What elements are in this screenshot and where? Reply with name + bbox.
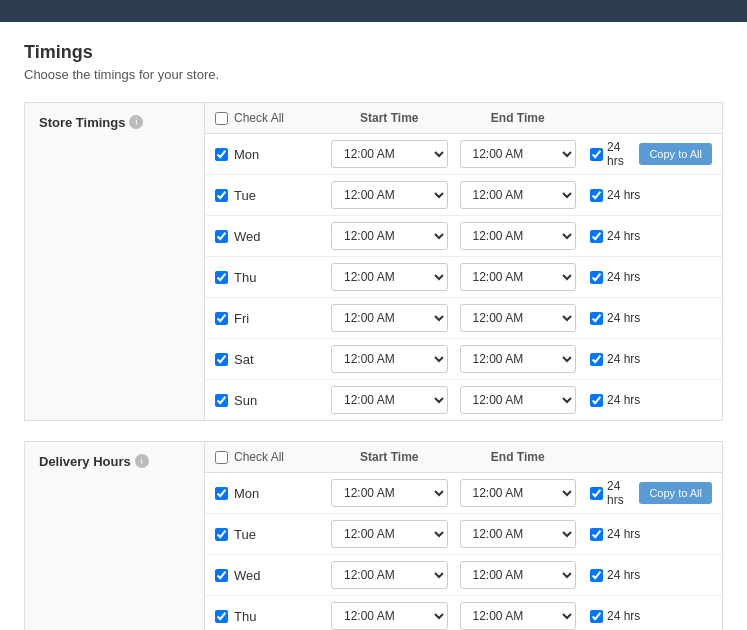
start-time-select-store-timings-tue[interactable]: 12:00 AM1:00 AM2:00 AM3:00 AM4:00 AM5:00…: [331, 181, 448, 209]
start-time-select-store-timings-thu[interactable]: 12:00 AM1:00 AM2:00 AM3:00 AM4:00 AM5:00…: [331, 263, 448, 291]
end-time-select-delivery-hours-mon[interactable]: 12:00 AM1:00 AM2:00 AM3:00 AM4:00 AM5:00…: [460, 479, 577, 507]
day-checkbox-delivery-hours-mon[interactable]: [215, 487, 228, 500]
day-checkbox-delivery-hours-wed[interactable]: [215, 569, 228, 582]
hrs24-container-store-timings-thu: 24 hrs: [590, 270, 640, 284]
end-time-select-store-timings-sun[interactable]: 12:00 AM1:00 AM2:00 AM3:00 AM4:00 AM5:00…: [460, 386, 577, 414]
hrs24-checkbox-store-timings-tue[interactable]: [590, 189, 603, 202]
page-subtitle: Choose the timings for your store.: [24, 67, 723, 82]
hrs24-label-store-timings-mon: 24 hrs: [607, 140, 635, 168]
end-time-col-store-timings-wed: 12:00 AM1:00 AM2:00 AM3:00 AM4:00 AM5:00…: [454, 222, 583, 250]
day-col-store-timings-fri: Fri: [215, 311, 325, 326]
start-time-select-store-timings-sat[interactable]: 12:00 AM1:00 AM2:00 AM3:00 AM4:00 AM5:00…: [331, 345, 448, 373]
day-name-store-timings-sat: Sat: [234, 352, 254, 367]
day-checkbox-store-timings-sat[interactable]: [215, 353, 228, 366]
start-time-select-delivery-hours-tue[interactable]: 12:00 AM1:00 AM2:00 AM3:00 AM4:00 AM5:00…: [331, 520, 448, 548]
start-time-col-delivery-hours-tue: 12:00 AM1:00 AM2:00 AM3:00 AM4:00 AM5:00…: [325, 520, 454, 548]
start-time-col-store-timings-mon: 12:00 AM1:00 AM2:00 AM3:00 AM4:00 AM5:00…: [325, 140, 454, 168]
section-store-timings: Store Timingsi Check All Start Time End …: [24, 102, 723, 421]
table-header-delivery-hours: Check All Start Time End Time: [205, 442, 722, 473]
start-time-col-store-timings-tue: 12:00 AM1:00 AM2:00 AM3:00 AM4:00 AM5:00…: [325, 181, 454, 209]
check-all-label-delivery-hours: Check All: [234, 450, 284, 464]
hrs24-label-store-timings-wed: 24 hrs: [607, 229, 640, 243]
end-time-select-store-timings-wed[interactable]: 12:00 AM1:00 AM2:00 AM3:00 AM4:00 AM5:00…: [460, 222, 577, 250]
end-time-col-delivery-hours-mon: 12:00 AM1:00 AM2:00 AM3:00 AM4:00 AM5:00…: [454, 479, 583, 507]
end-time-select-store-timings-thu[interactable]: 12:00 AM1:00 AM2:00 AM3:00 AM4:00 AM5:00…: [460, 263, 577, 291]
hrs24-container-store-timings-sun: 24 hrs: [590, 393, 640, 407]
extras-col-delivery-hours-tue: 24 hrs: [582, 527, 712, 541]
day-checkbox-store-timings-thu[interactable]: [215, 271, 228, 284]
day-checkbox-store-timings-sun[interactable]: [215, 394, 228, 407]
hrs24-label-delivery-hours-mon: 24 hrs: [607, 479, 635, 507]
hrs24-label-delivery-hours-wed: 24 hrs: [607, 568, 640, 582]
day-name-store-timings-fri: Fri: [234, 311, 249, 326]
day-checkbox-store-timings-fri[interactable]: [215, 312, 228, 325]
day-checkbox-delivery-hours-tue[interactable]: [215, 528, 228, 541]
end-time-select-store-timings-sat[interactable]: 12:00 AM1:00 AM2:00 AM3:00 AM4:00 AM5:00…: [460, 345, 577, 373]
extras-col-store-timings-mon: 24 hrs Copy to All: [582, 140, 712, 168]
info-icon-store-timings[interactable]: i: [129, 115, 143, 129]
section-label-store-timings: Store Timings: [39, 115, 125, 130]
start-time-select-delivery-hours-mon[interactable]: 12:00 AM1:00 AM2:00 AM3:00 AM4:00 AM5:00…: [331, 479, 448, 507]
info-icon-delivery-hours[interactable]: i: [135, 454, 149, 468]
start-time-select-delivery-hours-wed[interactable]: 12:00 AM1:00 AM2:00 AM3:00 AM4:00 AM5:00…: [331, 561, 448, 589]
hrs24-checkbox-store-timings-wed[interactable]: [590, 230, 603, 243]
copy-to-all-btn-delivery-hours[interactable]: Copy to All: [639, 482, 712, 504]
hrs24-checkbox-store-timings-mon[interactable]: [590, 148, 603, 161]
day-checkbox-store-timings-wed[interactable]: [215, 230, 228, 243]
hrs24-checkbox-store-timings-thu[interactable]: [590, 271, 603, 284]
day-col-store-timings-wed: Wed: [215, 229, 325, 244]
hrs24-checkbox-delivery-hours-thu[interactable]: [590, 610, 603, 623]
end-time-col-store-timings-sun: 12:00 AM1:00 AM2:00 AM3:00 AM4:00 AM5:00…: [454, 386, 583, 414]
top-bar: [0, 0, 747, 22]
day-checkbox-store-timings-mon[interactable]: [215, 148, 228, 161]
end-time-select-delivery-hours-wed[interactable]: 12:00 AM1:00 AM2:00 AM3:00 AM4:00 AM5:00…: [460, 561, 577, 589]
hrs24-checkbox-delivery-hours-wed[interactable]: [590, 569, 603, 582]
hrs24-checkbox-delivery-hours-mon[interactable]: [590, 487, 603, 500]
hrs24-checkbox-store-timings-sun[interactable]: [590, 394, 603, 407]
hrs24-container-store-timings-sat: 24 hrs: [590, 352, 640, 366]
day-col-store-timings-mon: Mon: [215, 147, 325, 162]
hrs24-checkbox-store-timings-sat[interactable]: [590, 353, 603, 366]
timing-row-store-timings-wed: Wed 12:00 AM1:00 AM2:00 AM3:00 AM4:00 AM…: [205, 216, 722, 257]
check-all-checkbox-delivery-hours[interactable]: [215, 451, 228, 464]
day-checkbox-store-timings-tue[interactable]: [215, 189, 228, 202]
start-time-select-store-timings-fri[interactable]: 12:00 AM1:00 AM2:00 AM3:00 AM4:00 AM5:00…: [331, 304, 448, 332]
hrs24-checkbox-store-timings-fri[interactable]: [590, 312, 603, 325]
day-name-store-timings-thu: Thu: [234, 270, 256, 285]
timing-row-store-timings-sun: Sun 12:00 AM1:00 AM2:00 AM3:00 AM4:00 AM…: [205, 380, 722, 420]
day-name-store-timings-wed: Wed: [234, 229, 261, 244]
page-title: Timings: [24, 42, 723, 63]
end-time-select-store-timings-fri[interactable]: 12:00 AM1:00 AM2:00 AM3:00 AM4:00 AM5:00…: [460, 304, 577, 332]
hrs24-checkbox-delivery-hours-tue[interactable]: [590, 528, 603, 541]
end-time-select-store-timings-tue[interactable]: 12:00 AM1:00 AM2:00 AM3:00 AM4:00 AM5:00…: [460, 181, 577, 209]
start-time-select-store-timings-mon[interactable]: 12:00 AM1:00 AM2:00 AM3:00 AM4:00 AM5:00…: [331, 140, 448, 168]
end-time-col-store-timings-mon: 12:00 AM1:00 AM2:00 AM3:00 AM4:00 AM5:00…: [454, 140, 583, 168]
day-col-store-timings-sat: Sat: [215, 352, 325, 367]
hrs24-label-store-timings-fri: 24 hrs: [607, 311, 640, 325]
hrs24-container-store-timings-fri: 24 hrs: [590, 311, 640, 325]
start-time-select-delivery-hours-thu[interactable]: 12:00 AM1:00 AM2:00 AM3:00 AM4:00 AM5:00…: [331, 602, 448, 630]
end-time-select-delivery-hours-thu[interactable]: 12:00 AM1:00 AM2:00 AM3:00 AM4:00 AM5:00…: [460, 602, 577, 630]
end-time-select-store-timings-mon[interactable]: 12:00 AM1:00 AM2:00 AM3:00 AM4:00 AM5:00…: [460, 140, 577, 168]
day-checkbox-delivery-hours-thu[interactable]: [215, 610, 228, 623]
start-time-col-delivery-hours-wed: 12:00 AM1:00 AM2:00 AM3:00 AM4:00 AM5:00…: [325, 561, 454, 589]
check-all-col-store-timings: Check All: [215, 111, 325, 125]
extras-col-store-timings-wed: 24 hrs: [582, 229, 712, 243]
day-name-delivery-hours-wed: Wed: [234, 568, 261, 583]
hrs24-label-store-timings-sat: 24 hrs: [607, 352, 640, 366]
start-time-select-store-timings-wed[interactable]: 12:00 AM1:00 AM2:00 AM3:00 AM4:00 AM5:00…: [331, 222, 448, 250]
end-time-header-delivery-hours: End Time: [454, 450, 583, 464]
end-time-col-store-timings-sat: 12:00 AM1:00 AM2:00 AM3:00 AM4:00 AM5:00…: [454, 345, 583, 373]
end-time-header-store-timings: End Time: [454, 111, 583, 125]
hrs24-container-store-timings-tue: 24 hrs: [590, 188, 640, 202]
check-all-col-delivery-hours: Check All: [215, 450, 325, 464]
check-all-checkbox-store-timings[interactable]: [215, 112, 228, 125]
copy-to-all-btn-store-timings[interactable]: Copy to All: [639, 143, 712, 165]
start-time-col-delivery-hours-thu: 12:00 AM1:00 AM2:00 AM3:00 AM4:00 AM5:00…: [325, 602, 454, 630]
extras-col-store-timings-sat: 24 hrs: [582, 352, 712, 366]
extras-col-store-timings-fri: 24 hrs: [582, 311, 712, 325]
day-name-delivery-hours-mon: Mon: [234, 486, 259, 501]
end-time-select-delivery-hours-tue[interactable]: 12:00 AM1:00 AM2:00 AM3:00 AM4:00 AM5:00…: [460, 520, 577, 548]
start-time-select-store-timings-sun[interactable]: 12:00 AM1:00 AM2:00 AM3:00 AM4:00 AM5:00…: [331, 386, 448, 414]
day-name-store-timings-tue: Tue: [234, 188, 256, 203]
